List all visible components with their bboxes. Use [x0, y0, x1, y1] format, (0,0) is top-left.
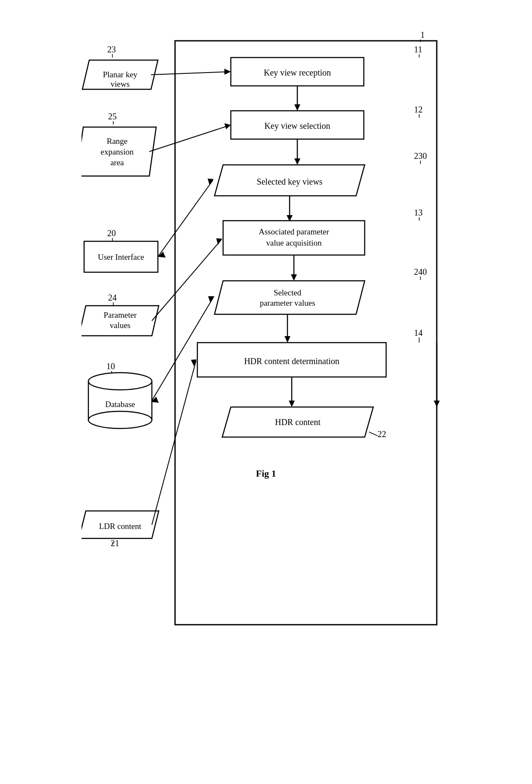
figure-title: Fig 1	[82, 468, 450, 479]
ldr-content-label: LDR content	[99, 522, 142, 531]
svg-marker-12	[82, 511, 159, 538]
ref-21: 21	[111, 538, 119, 548]
diagram-spacer	[82, 17, 450, 455]
diagram-container: 1 23 Planar key views 25 Range expansion…	[82, 17, 450, 479]
